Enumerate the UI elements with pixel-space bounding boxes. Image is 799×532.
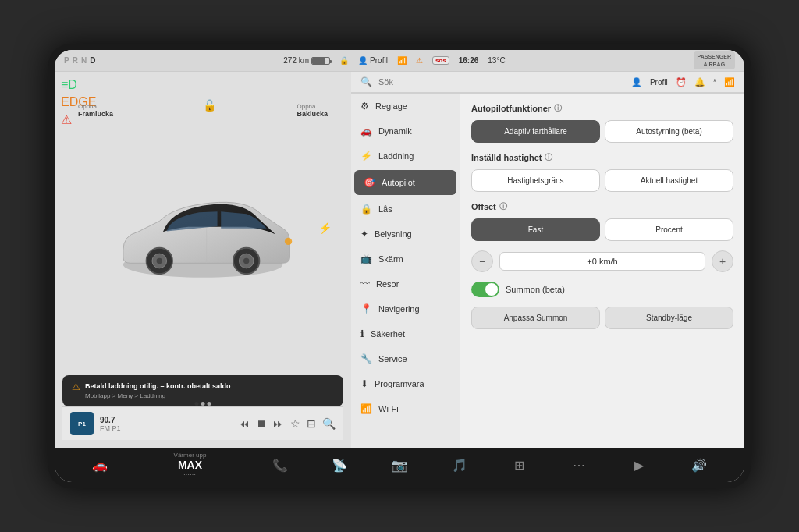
taskbar-play[interactable]: ▶	[609, 458, 669, 473]
standby-mode-button[interactable]: Standby-läge	[605, 307, 733, 329]
taskbar-dots[interactable]: ⋯	[549, 458, 609, 473]
favorite-button[interactable]: ☆	[290, 417, 300, 430]
laddning-icon: ⚡	[360, 151, 372, 161]
next-button[interactable]: ⏭	[273, 417, 284, 430]
autopilot-mode-group: Adaptiv farthållare Autostyrning (beta)	[471, 120, 733, 143]
autopilot-settings-content: Autopilotfunktioner ⓘ Adaptiv farthållar…	[460, 94, 744, 448]
profile-top-label[interactable]: Profil	[650, 78, 668, 87]
settings-container: 🔍 👤 Profil ⏰ 🔔 * 📶	[351, 72, 744, 448]
prev-button[interactable]: ⏮	[239, 417, 250, 430]
sakerhet-icon: ℹ	[360, 328, 364, 339]
lock-icon: 🔓	[203, 99, 216, 112]
status-right: PASSENGERAIRBAG	[694, 51, 735, 69]
offset-value: +0 km/h	[499, 252, 705, 271]
nav-item-wifi[interactable]: 📶 Wi-Fi	[351, 396, 460, 421]
nav-item-dynamik[interactable]: 🚗 Dynamik	[351, 119, 460, 144]
taskbar-phone[interactable]: 📞	[250, 458, 310, 473]
car-visual	[101, 173, 304, 298]
autopilot-info-icon[interactable]: ⓘ	[554, 103, 562, 114]
warning-icon: ⚠	[72, 381, 80, 392]
wifi-icon: 📶	[397, 56, 407, 65]
svg-point-6	[243, 257, 249, 263]
main-content: ≡D EDGE ⚠ Öppna Framlucka Öppna Baklucka…	[55, 72, 744, 448]
search-bar: 🔍 👤 Profil ⏰ 🔔 * 📶	[351, 72, 744, 93]
taskbar-music[interactable]: 🎵	[429, 458, 489, 473]
radio-logo: P1	[70, 412, 94, 435]
settings-body: ⚙ Reglage 🚗 Dynamik ⚡ Laddning	[351, 94, 744, 448]
status-bar: P R N D 272 km 🔒 👤 Profil 📶 ⚠ sos	[55, 50, 744, 72]
adaptive-cruise-button[interactable]: Adaptiv farthållare	[471, 120, 600, 143]
percent-offset-button[interactable]: Procent	[605, 218, 733, 241]
lock-status-icon: 🔒	[339, 56, 349, 65]
taskbar-grid[interactable]: ⊞	[489, 458, 549, 473]
media-info: 90.7 FM P1	[100, 416, 233, 432]
search-input[interactable]	[378, 77, 625, 87]
taskbar-car[interactable]: 🚗	[70, 458, 130, 473]
decrease-offset-button[interactable]: −	[471, 250, 493, 272]
nav-item-programvara[interactable]: ⬇ Programvara	[351, 371, 460, 396]
charge-icon: ⚡	[318, 222, 332, 234]
profile-button[interactable]: 👤 Profil	[358, 56, 388, 65]
nav-item-laddning[interactable]: ⚡ Laddning	[351, 144, 460, 168]
sos-badge[interactable]: sos	[432, 56, 449, 65]
nav-item-resor[interactable]: 〰 Resor	[351, 271, 460, 296]
summon-toggle[interactable]	[471, 282, 499, 297]
summon-toggle-row: Summon (beta)	[471, 282, 733, 297]
screen-inner: P R N D 272 km 🔒 👤 Profil 📶 ⚠ sos	[55, 50, 744, 482]
taskbar-volume[interactable]: 🔊	[669, 458, 729, 473]
svg-point-3	[157, 257, 162, 263]
status-center: 272 km 🔒 👤 Profil 📶 ⚠ sos 16:26 13°C	[101, 56, 687, 65]
summon-label: Summon (beta)	[506, 285, 565, 294]
nav-item-autopilot[interactable]: 🎯 Autopilot	[354, 170, 456, 195]
passenger-airbag-indicator: PASSENGERAIRBAG	[694, 51, 735, 69]
taskbar-climate[interactable]: Värmer upp MAX ⋯⋯	[130, 452, 250, 478]
las-icon: 🔒	[360, 204, 372, 215]
battery-indicator: 272 km	[283, 56, 330, 65]
wifi-top-icon: 📶	[724, 77, 735, 87]
dynamik-icon: 🚗	[360, 126, 372, 137]
speed-limit-button[interactable]: Hastighetsgräns	[471, 169, 600, 192]
left-turn-indicator: ≡D	[61, 78, 96, 92]
offset-info-icon[interactable]: ⓘ	[499, 201, 507, 212]
clock: 16:26	[459, 56, 479, 65]
taskbar-camera[interactable]: 📷	[370, 458, 430, 473]
programvara-icon: ⬇	[360, 378, 368, 389]
current-speed-button[interactable]: Aktuell hastighet	[605, 169, 733, 192]
warning-text: Betald laddning otilig. – kontr. obetalt…	[85, 381, 231, 400]
profile-top-icon: 👤	[631, 77, 642, 87]
speed-info-icon[interactable]: ⓘ	[545, 152, 552, 163]
increase-offset-button[interactable]: +	[712, 250, 733, 272]
front-door-label[interactable]: Öppna Framlucka	[78, 103, 113, 118]
nav-item-service[interactable]: 🔧 Service	[351, 346, 460, 371]
nav-item-sakerhet[interactable]: ℹ Säkerhet	[351, 321, 460, 346]
alert-icon: ⚠	[416, 56, 423, 65]
equalizer-button[interactable]: ⊟	[307, 417, 316, 430]
speed-mode-group: Hastighetsgräns Aktuell hastighet	[471, 169, 733, 192]
nav-item-belysning[interactable]: ✦ Belysning	[351, 222, 460, 246]
rear-door-label[interactable]: Öppna Baklucka	[297, 103, 328, 118]
offset-control: − +0 km/h +	[471, 250, 733, 272]
car-area: Öppna Framlucka Öppna Baklucka 🔓	[62, 95, 343, 375]
bell-icon: 🔔	[694, 77, 705, 87]
search-icon: 🔍	[360, 76, 372, 87]
customize-summon-button[interactable]: Anpassa Summon	[471, 307, 600, 329]
stop-button[interactable]: ⏹	[256, 417, 267, 430]
nav-item-reglage[interactable]: ⚙ Reglage	[351, 94, 460, 119]
autopilot-functions-title: Autopilotfunktioner ⓘ	[471, 103, 733, 114]
temperature: 13°C	[488, 56, 505, 65]
nav-item-skarm[interactable]: 📺 Skärm	[351, 246, 460, 271]
taskbar-wifi-task[interactable]: 📡	[310, 458, 370, 473]
fixed-offset-button[interactable]: Fast	[471, 218, 600, 241]
auto-steer-button[interactable]: Autostyrning (beta)	[605, 120, 733, 143]
prnd-selector[interactable]: P R N D	[64, 56, 95, 65]
right-panel: 🔍 👤 Profil ⏰ 🔔 * 📶	[351, 72, 744, 448]
nav-item-las[interactable]: 🔒 Lås	[351, 197, 460, 222]
nav-item-navigering[interactable]: 📍 Navigering	[351, 296, 460, 321]
alert-top-icon: ⏰	[676, 77, 687, 87]
screen-outer: P R N D 272 km 🔒 👤 Profil 📶 ⚠ sos	[48, 44, 751, 488]
bluetooth-icon: *	[713, 77, 716, 87]
media-player: P1 90.7 FM P1 ⏮ ⏹ ⏭ ☆ ⊟ 🔍	[62, 406, 343, 440]
offset-title: Offset ⓘ	[471, 201, 733, 212]
reglage-icon: ⚙	[360, 101, 369, 112]
search-media-button[interactable]: 🔍	[322, 417, 336, 430]
